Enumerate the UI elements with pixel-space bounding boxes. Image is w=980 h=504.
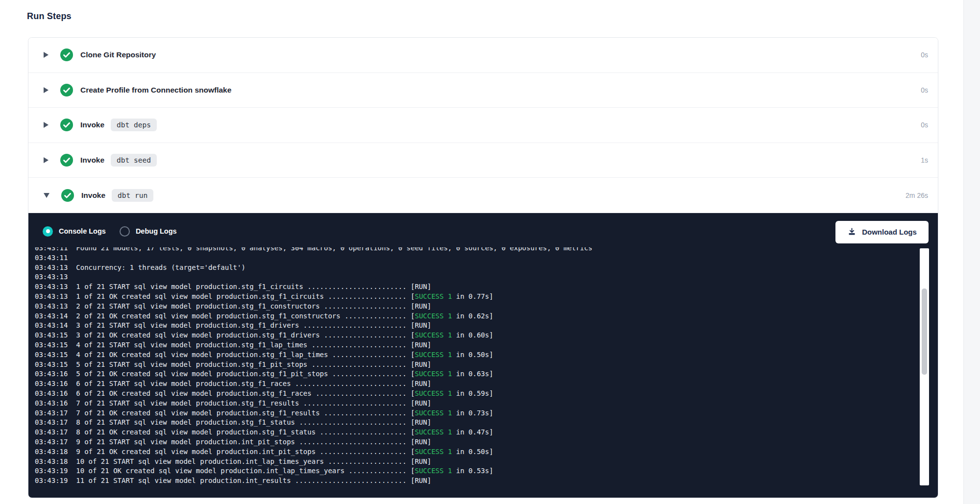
log-line: 03:43:11 <box>35 253 912 263</box>
steps-list: Clone Git Repository0sCreate Profile fro… <box>28 38 938 213</box>
step-label: Clone Git Repository <box>80 50 156 59</box>
log-lines: 03:43:11 Found 21 models, 17 tests, 0 sn… <box>35 247 912 486</box>
page-edge <box>963 0 980 504</box>
download-logs-button[interactable]: Download Logs <box>835 221 929 243</box>
log-scrollbar-track[interactable] <box>920 248 929 485</box>
log-line: 03:43:15 4 of 21 START sql view model pr… <box>35 340 912 350</box>
log-line: 03:43:17 7 of 21 OK created sql view mod… <box>35 408 912 418</box>
chevron-right-icon[interactable] <box>44 122 49 128</box>
step-label: Invoke <box>80 120 104 129</box>
step-duration: 0s <box>921 121 928 129</box>
log-line: 03:43:17 8 of 21 OK created sql view mod… <box>35 428 912 437</box>
log-line: 03:43:18 10 of 21 START sql view model p… <box>35 457 912 467</box>
page-title: Run Steps <box>27 11 72 22</box>
run-steps-card: Clone Git Repository0sCreate Profile fro… <box>28 37 938 498</box>
chevron-down-icon[interactable] <box>44 193 49 198</box>
step-command-chip: dbt deps <box>111 119 157 131</box>
step-label: Create Profile from Connection snowflake <box>80 86 231 95</box>
radio-console-logs[interactable]: Console Logs <box>43 226 106 237</box>
log-line: 03:43:18 9 of 21 OK created sql view mod… <box>35 447 912 457</box>
check-circle-icon <box>60 119 73 131</box>
step-duration: 2m 26s <box>906 192 928 199</box>
radio-group: Console LogsDebug Logs <box>43 226 177 237</box>
log-line: 03:43:11 Found 21 models, 17 tests, 0 sn… <box>35 247 912 253</box>
step-row[interactable]: Invokedbt run2m 26s <box>28 178 938 213</box>
step-command-chip: dbt seed <box>111 154 157 167</box>
log-line: 03:43:16 6 of 21 OK created sql view mod… <box>35 389 912 399</box>
log-line: 03:43:15 5 of 21 START sql view model pr… <box>35 360 912 370</box>
step-row[interactable]: Invokedbt deps0s <box>28 108 938 143</box>
log-scrollbar-thumb[interactable] <box>922 288 927 375</box>
step-row[interactable]: Clone Git Repository0s <box>28 38 938 73</box>
chevron-right-icon[interactable] <box>44 52 49 58</box>
log-line: 03:43:14 3 of 21 START sql view model pr… <box>35 321 912 331</box>
chevron-right-icon[interactable] <box>44 87 49 93</box>
log-line: 03:43:13 2 of 21 START sql view model pr… <box>35 302 912 312</box>
logs-panel: Console LogsDebug Logs Download Logs 03:… <box>28 213 938 498</box>
log-line: 03:43:19 11 of 21 START sql view model p… <box>35 476 912 486</box>
step-label: Invoke <box>81 191 105 200</box>
log-line: 03:43:19 10 of 21 OK created sql view mo… <box>35 466 912 476</box>
log-line: 03:43:17 8 of 21 START sql view model pr… <box>35 418 912 428</box>
log-line: 03:43:16 5 of 21 OK created sql view mod… <box>35 369 912 379</box>
step-duration: 0s <box>921 86 928 94</box>
log-line: 03:43:14 2 of 21 OK created sql view mod… <box>35 312 912 321</box>
check-circle-icon <box>60 48 73 61</box>
step-command-chip: dbt run <box>112 189 153 202</box>
log-line: 03:43:16 7 of 21 START sql view model pr… <box>35 399 912 408</box>
step-duration: 0s <box>921 51 928 59</box>
log-line: 03:43:15 4 of 21 OK created sql view mod… <box>35 350 912 360</box>
chevron-right-icon[interactable] <box>44 157 49 163</box>
log-line: 03:43:13 1 of 21 OK created sql view mod… <box>35 292 912 302</box>
radio-label: Debug Logs <box>136 227 177 235</box>
check-circle-icon <box>61 189 74 202</box>
log-line: 03:43:16 6 of 21 START sql view model pr… <box>35 379 912 389</box>
download-icon <box>847 227 857 237</box>
step-duration: 1s <box>921 156 928 164</box>
radio-debug-logs[interactable]: Debug Logs <box>120 226 177 237</box>
check-circle-icon <box>60 154 73 167</box>
download-logs-label: Download Logs <box>862 228 917 236</box>
log-viewer[interactable]: 03:43:11 Found 21 models, 17 tests, 0 sn… <box>35 247 912 490</box>
log-line: 03:43:13 <box>35 272 912 282</box>
log-line: 03:43:17 9 of 21 START sql view model pr… <box>35 437 912 447</box>
log-line: 03:43:13 1 of 21 START sql view model pr… <box>35 282 912 292</box>
step-label: Invoke <box>80 156 104 165</box>
radio-unselected-icon[interactable] <box>120 226 130 237</box>
radio-label: Console Logs <box>59 227 106 235</box>
log-line: 03:43:13 Concurrency: 1 threads (target=… <box>35 263 912 273</box>
radio-selected-icon[interactable] <box>43 226 53 237</box>
step-row[interactable]: Create Profile from Connection snowflake… <box>28 73 938 108</box>
step-row[interactable]: Invokedbt seed1s <box>28 143 938 178</box>
log-line: 03:43:15 3 of 21 OK created sql view mod… <box>35 331 912 340</box>
check-circle-icon <box>60 84 73 96</box>
